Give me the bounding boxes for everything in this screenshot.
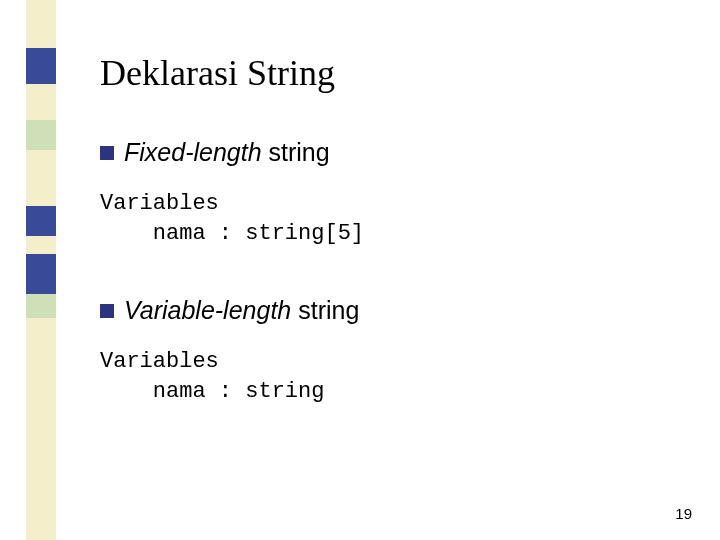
bullet-item: Variable-length string xyxy=(100,296,680,325)
sidebar-block xyxy=(26,294,56,318)
sidebar-block xyxy=(26,0,56,48)
sidebar-block xyxy=(26,236,56,254)
sidebar-block xyxy=(26,120,56,150)
bullet-rest: string xyxy=(262,138,330,166)
square-bullet-icon xyxy=(100,146,114,160)
bullet-rest: string xyxy=(291,296,359,324)
code-block: Variables nama : string[5] xyxy=(100,189,680,248)
page-number: 19 xyxy=(675,505,692,522)
bullet-text: Fixed-length string xyxy=(124,138,330,167)
slide-content: Deklarasi String Fixed-length string Var… xyxy=(100,52,680,455)
sidebar-block xyxy=(26,150,56,206)
bullet-item: Fixed-length string xyxy=(100,138,680,167)
square-bullet-icon xyxy=(100,304,114,318)
sidebar-block xyxy=(26,206,56,236)
bullet-italic: Fixed-length xyxy=(124,138,262,166)
sidebar-block xyxy=(26,84,56,120)
bullet-text: Variable-length string xyxy=(124,296,359,325)
bullet-italic: Variable-length xyxy=(124,296,291,324)
sidebar-block xyxy=(26,254,56,294)
code-block: Variables nama : string xyxy=(100,347,680,406)
decorative-sidebar xyxy=(26,0,56,540)
sidebar-block xyxy=(26,48,56,84)
slide-title: Deklarasi String xyxy=(100,52,680,94)
sidebar-block xyxy=(26,318,56,540)
